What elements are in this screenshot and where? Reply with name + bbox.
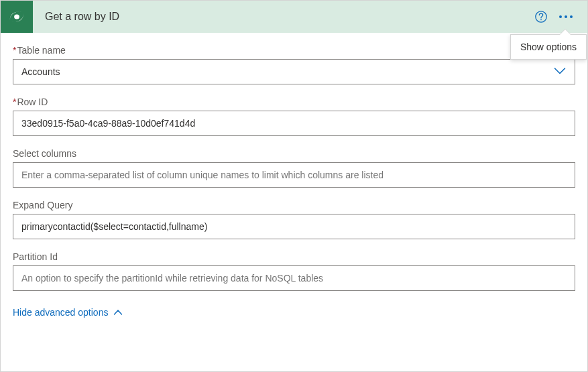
- advanced-toggle-label: Hide advanced options: [13, 307, 108, 318]
- chevron-up-icon: [113, 307, 123, 318]
- form-body: *Table name *Row ID Select columns Expan…: [1, 33, 587, 326]
- card-header: Get a row by ID: [1, 1, 587, 33]
- field-select-columns: Select columns: [13, 148, 575, 188]
- required-asterisk: *: [13, 97, 16, 107]
- partition-id-label: Partition Id: [13, 251, 575, 262]
- expand-query-input[interactable]: [13, 214, 575, 239]
- svg-point-0: [14, 15, 19, 19]
- row-id-label: *Row ID: [13, 97, 575, 107]
- select-columns-input[interactable]: [13, 162, 575, 188]
- select-columns-label: Select columns: [13, 148, 575, 159]
- more-options-icon[interactable]: [559, 15, 573, 18]
- header-actions: [535, 11, 587, 23]
- table-name-select[interactable]: [13, 59, 575, 84]
- expand-query-label: Expand Query: [13, 200, 575, 210]
- card-title: Get a row by ID: [33, 11, 535, 23]
- field-table-name: *Table name: [13, 45, 575, 84]
- svg-point-2: [540, 19, 542, 20]
- partition-id-input[interactable]: [13, 265, 575, 291]
- show-options-tooltip: Show options: [510, 34, 587, 60]
- row-id-input[interactable]: [13, 111, 575, 136]
- required-asterisk: *: [13, 45, 16, 56]
- connector-logo-icon: [1, 1, 33, 33]
- help-icon[interactable]: [535, 11, 547, 23]
- hide-advanced-options-toggle[interactable]: Hide advanced options: [13, 307, 123, 318]
- field-partition-id: Partition Id: [13, 251, 575, 291]
- field-row-id: *Row ID: [13, 97, 575, 136]
- table-name-label: *Table name: [13, 45, 575, 56]
- field-expand-query: Expand Query: [13, 200, 575, 239]
